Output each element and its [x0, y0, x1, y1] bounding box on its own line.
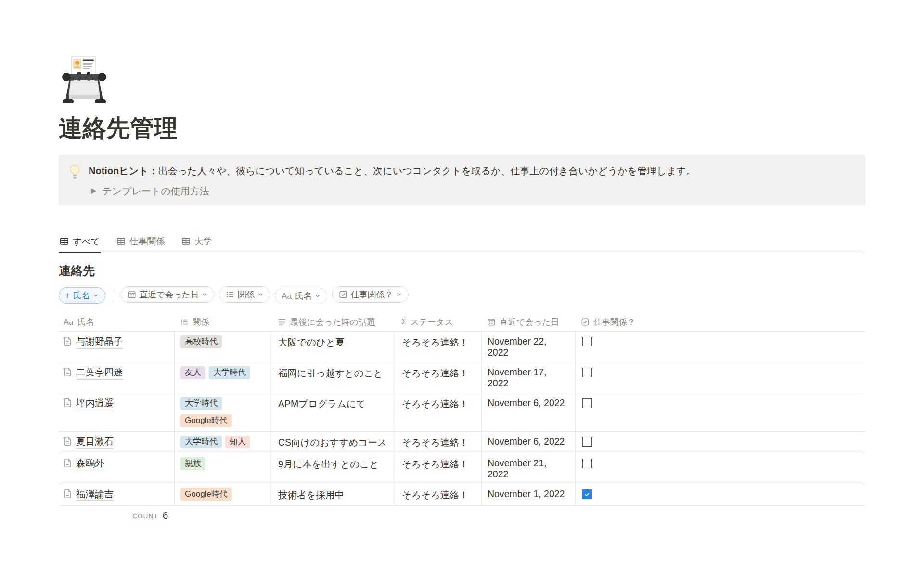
table-footer-row: COUNT 6 [59, 506, 865, 525]
work-relation-checkbox[interactable] [582, 337, 592, 346]
name-cell[interactable]: 森鴎外 [59, 453, 175, 484]
checkbox-icon [581, 318, 590, 326]
contact-page-link[interactable]: 森鴎外 [76, 457, 104, 470]
name-cell[interactable]: 与謝野晶子 [59, 332, 175, 362]
filter-chips: 直近で会った日関係Aa氏名仕事関係？ [121, 286, 409, 305]
relation-cell[interactable]: 大学時代Google時代 [175, 393, 272, 431]
status-cell[interactable]: そろそろ連絡！ [396, 362, 482, 393]
table-icon [116, 237, 126, 246]
table-row: 福澤諭吉Google時代技術者を採用中そろそろ連絡！November 1, 20… [59, 484, 865, 506]
sigma-icon: Σ [401, 317, 407, 327]
list-icon [226, 290, 234, 299]
relation-cell[interactable]: 大学時代知人 [175, 432, 272, 453]
filter-chip-last-met-date[interactable]: 直近で会った日 [121, 286, 215, 303]
contact-page-link[interactable]: 夏目漱石 [76, 436, 114, 449]
filter-chip-name[interactable]: Aa氏名 [275, 288, 327, 304]
sort-chip-name[interactable]: ↑ 氏名 [59, 287, 105, 304]
topic-cell[interactable]: APMプログラムにて [272, 393, 396, 431]
last-met-date-cell[interactable]: November 6, 2022 [482, 432, 576, 453]
column-header-label: 最後に会った時の話題 [290, 316, 375, 328]
name-cell[interactable]: 夏目漱石 [59, 432, 175, 453]
last-met-date-cell[interactable]: November 6, 2022 [482, 393, 576, 431]
tag-orange: Google時代 [180, 488, 232, 501]
work-relation-checkbox[interactable] [582, 489, 592, 499]
last-met-date-cell[interactable]: November 17, 2022 [482, 362, 576, 393]
topic-cell[interactable]: 大阪でのひと夏 [272, 332, 396, 362]
status-cell[interactable]: そろそろ連絡！ [396, 393, 482, 431]
table-icon [181, 237, 191, 246]
template-usage-toggle[interactable]: テンプレートの使用方法 [91, 185, 855, 198]
last-met-date-cell[interactable]: November 21, 2022 [482, 453, 576, 484]
filter-chip-work-relation[interactable]: 仕事関係？ [332, 286, 409, 303]
status-cell[interactable]: そろそろ連絡！ [396, 484, 482, 505]
last-met-date-cell[interactable]: November 22, 2022 [482, 332, 576, 362]
tag-green: 親族 [180, 457, 205, 470]
table-header-row: Aa氏名関係最後に会った時の話題Σステータス直近で会った日仕事関係？ [59, 313, 865, 332]
contact-page-link[interactable]: 与謝野晶子 [76, 335, 123, 348]
count-calculation[interactable]: COUNT 6 [59, 506, 175, 525]
tag-gray: 高校時代 [180, 335, 222, 348]
contacts-table: Aa氏名関係最後に会った時の話題Σステータス直近で会った日仕事関係？ 与謝野晶子… [59, 313, 865, 525]
column-header-name[interactable]: Aa氏名 [59, 313, 175, 331]
column-header-label: 氏名 [77, 316, 94, 328]
relation-cell[interactable]: 親族 [175, 453, 272, 484]
relation-cell[interactable]: 高校時代 [175, 332, 272, 362]
work-relation-checkbox[interactable] [582, 459, 592, 468]
work-relation-checkbox[interactable] [582, 368, 592, 377]
topic-cell[interactable]: 福岡に引っ越すとのこと [272, 362, 396, 393]
work-relation-cell [576, 432, 865, 453]
filter-chip-label: 関係 [238, 289, 255, 300]
calendar-icon [128, 290, 136, 299]
column-header-last-met[interactable]: 直近で会った日 [482, 313, 576, 331]
column-header-status[interactable]: Σステータス [396, 313, 482, 331]
column-header-label: 仕事関係？ [593, 316, 636, 328]
relation-cell[interactable]: 友人大学時代 [175, 362, 272, 393]
contact-page-link[interactable]: 福澤諭吉 [76, 488, 114, 501]
work-relation-checkbox[interactable] [582, 398, 592, 408]
database-title[interactable]: 連絡先 [59, 263, 865, 279]
name-cell[interactable]: 福澤諭吉 [59, 484, 175, 505]
notion-page: 連絡先管理 Notionヒント：出会った人々や、彼らについて知っていること、次に… [0, 0, 924, 525]
checkbox-icon [339, 290, 347, 299]
column-header-relation[interactable]: 関係 [175, 313, 272, 331]
tag-blue: 大学時代 [180, 397, 222, 410]
tab-work[interactable]: 仕事関係 [116, 232, 166, 253]
table-icon [60, 237, 69, 246]
work-relation-checkbox[interactable] [582, 437, 592, 447]
status-cell[interactable]: そろそろ連絡！ [396, 432, 482, 453]
card-index-icon [59, 56, 110, 107]
column-header-label: 関係 [192, 316, 209, 328]
contact-page-link[interactable]: 坪内逍遥 [76, 397, 114, 410]
chevron-down-icon [202, 292, 207, 297]
light-bulb-icon [68, 164, 81, 181]
topic-cell[interactable]: 技術者を採用中 [272, 484, 396, 505]
hint-callout: Notionヒント：出会った人々や、彼らについて知っていること、次にいつコンタク… [59, 155, 865, 205]
filter-toolbar: ↑ 氏名 直近で会った日関係Aa氏名仕事関係？ [59, 286, 865, 305]
tab-all[interactable]: すべて [59, 232, 101, 253]
column-header-label: ステータス [411, 316, 453, 328]
last-met-date-cell[interactable]: November 1, 2022 [482, 484, 576, 505]
tag-red: 知人 [225, 436, 250, 449]
tab-label: すべて [73, 235, 100, 247]
status-cell[interactable]: そろそろ連絡！ [396, 453, 482, 484]
contact-page-link[interactable]: 二葉亭四迷 [76, 366, 123, 379]
aa-icon: Aa [282, 292, 292, 301]
view-tabs: すべて仕事関係大学 [59, 232, 865, 253]
arrow-up-icon: ↑ [65, 291, 70, 299]
calendar-icon [487, 318, 496, 326]
topic-cell[interactable]: 9月に本を出すとのこと [272, 453, 396, 484]
tab-university[interactable]: 大学 [180, 232, 213, 253]
name-cell[interactable]: 坪内逍遥 [59, 393, 175, 431]
toggle-label: テンプレートの使用方法 [102, 185, 209, 198]
topic-cell[interactable]: CS向けのおすすめコース [272, 432, 396, 453]
work-relation-cell [576, 453, 865, 484]
status-cell[interactable]: そろそろ連絡！ [396, 332, 482, 362]
relation-cell[interactable]: Google時代 [175, 484, 272, 505]
page-title[interactable]: 連絡先管理 [59, 115, 865, 142]
filter-chip-relation[interactable]: 関係 [219, 286, 270, 303]
name-cell[interactable]: 二葉亭四迷 [59, 362, 175, 393]
chevron-down-icon [93, 293, 99, 298]
card-index-page-icon[interactable] [59, 56, 110, 107]
column-header-work[interactable]: 仕事関係？ [576, 313, 865, 331]
column-header-topic[interactable]: 最後に会った時の話題 [272, 313, 396, 331]
